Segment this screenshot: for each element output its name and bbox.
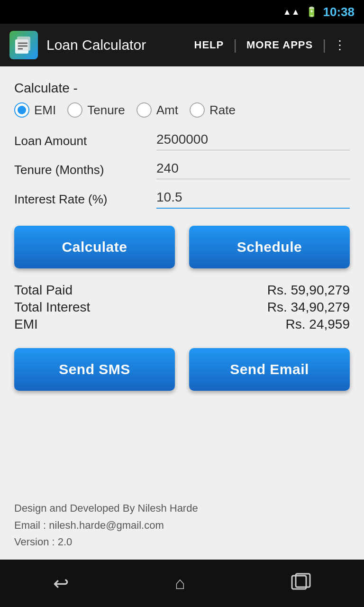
total-interest-value: Rs. 34,90,279 xyxy=(267,300,350,315)
total-interest-row: Total Interest Rs. 34,90,279 xyxy=(14,300,350,315)
more-apps-button[interactable]: MORE APPS xyxy=(237,34,322,56)
divider: | xyxy=(233,37,237,53)
total-paid-value: Rs. 59,90,279 xyxy=(267,283,350,298)
radio-emi-circle[interactable] xyxy=(14,102,29,118)
loan-amount-row: Loan Amount 2500000 xyxy=(14,132,350,150)
radio-rate[interactable]: Rate xyxy=(190,102,236,118)
home-button[interactable]: ⌂ xyxy=(175,573,185,593)
total-paid-label: Total Paid xyxy=(14,283,73,298)
navigation-bar: ↩ ⌂ xyxy=(0,560,364,607)
loan-amount-value[interactable]: 2500000 xyxy=(156,130,208,148)
send-email-button[interactable]: Send Email xyxy=(189,348,350,391)
radio-emi[interactable]: EMI xyxy=(14,102,56,118)
radio-amt[interactable]: Amt xyxy=(136,102,178,118)
loan-amount-input-container[interactable]: 2500000 xyxy=(156,132,350,150)
calculate-options: EMI Tenure Amt Rate xyxy=(14,102,350,118)
results-section: Total Paid Rs. 59,90,279 Total Interest … xyxy=(14,283,350,334)
footer-line3: Version : 2.0 xyxy=(14,533,350,550)
status-bar: ▲▲ 🔋 10:38 xyxy=(0,0,364,24)
overflow-menu-button[interactable]: ⋮ xyxy=(326,33,355,57)
recents-button[interactable] xyxy=(291,573,311,594)
footer: Design and Developed By Nilesh Harde Ema… xyxy=(14,495,350,550)
tenure-value[interactable]: 240 xyxy=(156,159,179,177)
calculate-label: Calculate - xyxy=(14,81,350,96)
interest-rate-value[interactable]: 10.5 xyxy=(156,188,182,206)
time-display: 10:38 xyxy=(323,5,355,19)
divider2: | xyxy=(322,37,326,53)
footer-line1: Design and Developed By Nilesh Harde xyxy=(14,500,350,516)
total-interest-label: Total Interest xyxy=(14,300,90,315)
emi-row: EMI Rs. 24,959 xyxy=(14,317,350,332)
loan-amount-label: Loan Amount xyxy=(14,134,156,148)
interest-rate-row: Interest Rate (%) 10.5 xyxy=(14,190,350,209)
radio-tenure-circle[interactable] xyxy=(67,102,82,118)
battery-icon: 🔋 xyxy=(306,6,318,18)
signal-icon: ▲▲ xyxy=(283,7,300,17)
radio-emi-label: EMI xyxy=(34,103,56,118)
tenure-label: Tenure (Months) xyxy=(14,163,156,177)
interest-rate-input-container[interactable]: 10.5 xyxy=(156,190,350,209)
back-button[interactable]: ↩ xyxy=(53,572,69,594)
radio-tenure-label: Tenure xyxy=(87,103,125,118)
tenure-row: Tenure (Months) 240 xyxy=(14,161,350,179)
total-paid-row: Total Paid Rs. 59,90,279 xyxy=(14,283,350,298)
radio-rate-circle[interactable] xyxy=(190,102,205,118)
radio-amt-label: Amt xyxy=(156,103,178,118)
footer-line2: Email : nilesh.harde@gmail.com xyxy=(14,517,350,533)
action-buttons: Calculate Schedule xyxy=(14,226,350,268)
app-icon xyxy=(9,31,38,59)
send-sms-button[interactable]: Send SMS xyxy=(14,348,175,391)
interest-rate-label: Interest Rate (%) xyxy=(14,192,156,207)
schedule-button[interactable]: Schedule xyxy=(189,226,350,268)
main-content: Calculate - EMI Tenure Amt Rate Loan Amo… xyxy=(0,66,364,560)
help-button[interactable]: HELP xyxy=(185,34,234,56)
tenure-input-container[interactable]: 240 xyxy=(156,161,350,179)
send-buttons: Send SMS Send Email xyxy=(14,348,350,391)
radio-amt-circle[interactable] xyxy=(136,102,152,118)
app-bar-actions: HELP | MORE APPS | ⋮ xyxy=(185,33,355,57)
emi-value: Rs. 24,959 xyxy=(286,317,350,332)
radio-tenure[interactable]: Tenure xyxy=(67,102,125,118)
emi-label: EMI xyxy=(14,317,38,332)
app-title: Loan Calculator xyxy=(46,37,176,53)
radio-rate-label: Rate xyxy=(209,103,236,118)
app-bar: Loan Calculator HELP | MORE APPS | ⋮ xyxy=(0,24,364,66)
calculate-button[interactable]: Calculate xyxy=(14,226,175,268)
